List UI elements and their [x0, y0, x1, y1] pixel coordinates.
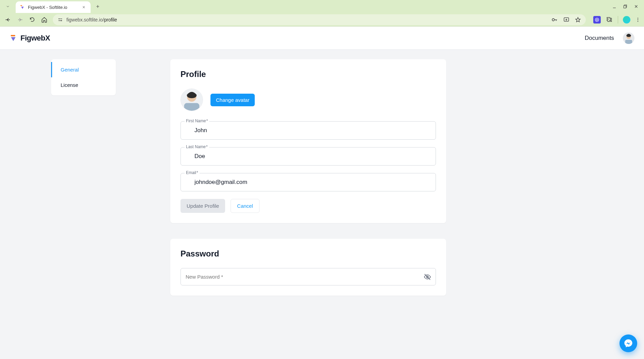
window-controls	[612, 4, 642, 9]
messenger-icon	[624, 339, 633, 348]
bookmark-button[interactable]	[575, 17, 581, 23]
eye-off-icon	[424, 273, 431, 281]
profile-card: Profile Change avatar First Name* Last N…	[170, 59, 446, 223]
tab-close-button[interactable]	[81, 4, 87, 10]
profile-title: Profile	[180, 69, 436, 79]
password-title: Password	[180, 249, 436, 259]
install-app-icon[interactable]	[563, 17, 569, 23]
email-label: Email*	[185, 170, 200, 175]
settings-sidebar: General License	[51, 59, 116, 95]
reload-icon	[29, 17, 35, 22]
password-card: Password	[170, 239, 446, 296]
avatar-icon	[623, 32, 634, 44]
window-minimize-button[interactable]	[612, 4, 617, 9]
tab-list-caret[interactable]	[2, 4, 14, 9]
profile-avatar	[180, 89, 203, 111]
new-password-input[interactable]	[180, 268, 436, 285]
restore-icon	[623, 4, 628, 9]
kebab-icon	[635, 17, 641, 22]
first-name-label: First Name*	[185, 119, 209, 123]
password-key-icon[interactable]	[551, 16, 558, 23]
first-name-input[interactable]	[180, 121, 436, 140]
svg-rect-10	[11, 35, 15, 36]
chevron-down-icon	[6, 4, 10, 9]
svg-rect-0	[20, 5, 22, 6]
nav-home-button[interactable]	[41, 17, 47, 23]
svg-point-8	[638, 19, 638, 20]
svg-point-4	[61, 20, 62, 21]
new-password-field	[180, 268, 436, 285]
puzzle-icon	[606, 17, 612, 23]
svg-point-9	[638, 21, 638, 21]
sidebar-item-license[interactable]: License	[51, 77, 116, 93]
chrome-profile-button[interactable]	[623, 16, 630, 24]
tab-favicon-icon	[20, 4, 25, 10]
url-text: figwebx.softlite.io/profile	[66, 17, 117, 22]
last-name-input[interactable]	[180, 147, 436, 166]
email-field: Email*	[180, 173, 436, 191]
chrome-menu-button[interactable]	[635, 17, 641, 22]
chat-fab[interactable]	[619, 334, 637, 352]
svg-rect-2	[624, 6, 626, 8]
window-close-button[interactable]	[634, 4, 639, 9]
sidebar-item-general[interactable]: General	[51, 62, 116, 77]
user-avatar[interactable]	[623, 32, 634, 44]
toggle-password-visibility-button[interactable]	[424, 273, 431, 281]
close-icon	[634, 4, 639, 9]
arrow-left-icon	[5, 17, 11, 23]
plus-icon	[95, 4, 100, 9]
app-header: FigwebX Documents	[0, 27, 644, 50]
window-restore-button[interactable]	[623, 4, 628, 9]
nav-documents-link[interactable]: Documents	[585, 35, 614, 42]
address-bar: figwebx.softlite.io/profile	[0, 13, 644, 27]
nav-forward-button[interactable]	[17, 17, 23, 23]
separator	[618, 16, 618, 24]
brand-name: FigwebX	[20, 34, 50, 43]
svg-point-5	[552, 18, 554, 21]
svg-rect-16	[184, 103, 200, 111]
brand-mark-icon	[10, 34, 17, 42]
tab-title: FigwebX - Softlite.io	[28, 5, 78, 10]
star-icon	[575, 17, 581, 23]
tune-icon	[58, 17, 63, 22]
extensions-button[interactable]	[606, 16, 613, 24]
cancel-button[interactable]: Cancel	[231, 199, 260, 213]
new-tab-button[interactable]	[93, 4, 103, 9]
first-name-field: First Name*	[180, 121, 436, 140]
site-info-button[interactable]	[58, 17, 63, 22]
avatar-icon	[181, 89, 203, 111]
update-profile-button[interactable]: Update Profile	[180, 199, 225, 213]
url-field[interactable]: figwebx.softlite.io/profile	[53, 14, 586, 25]
svg-point-7	[638, 18, 638, 18]
change-avatar-button[interactable]: Change avatar	[210, 94, 255, 106]
svg-point-3	[59, 18, 60, 19]
tab-strip: FigwebX - Softlite.io	[0, 0, 644, 13]
page-body: General License Profile Change avatar Fi…	[0, 50, 644, 359]
nav-back-button[interactable]	[5, 17, 11, 23]
email-input[interactable]	[180, 173, 436, 191]
browser-tab[interactable]: FigwebX - Softlite.io	[16, 1, 91, 13]
last-name-label: Last Name*	[185, 144, 209, 149]
nav-reload-button[interactable]	[29, 17, 35, 22]
extension-icon-1[interactable]	[593, 16, 601, 24]
last-name-field: Last Name*	[180, 147, 436, 166]
browser-chrome: FigwebX - Softlite.io	[0, 0, 644, 27]
svg-rect-13	[625, 40, 632, 44]
sidebar-item-label: General	[61, 67, 79, 73]
arrow-right-icon	[17, 17, 23, 23]
brand-logo[interactable]: FigwebX	[10, 34, 50, 43]
sidebar-item-label: License	[61, 82, 78, 88]
home-icon	[41, 17, 47, 23]
minimize-icon	[612, 4, 617, 9]
close-icon	[82, 5, 86, 9]
